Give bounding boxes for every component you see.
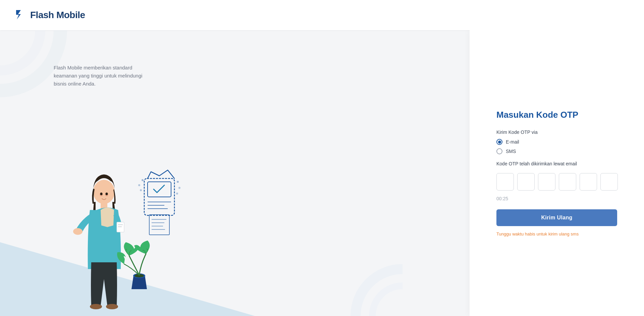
illustration [34, 148, 208, 316]
radio-email-button[interactable] [496, 139, 502, 145]
svg-point-13 [177, 181, 179, 183]
main-content: Flash Mobile memberikan standard keamana… [0, 30, 644, 316]
otp-form-title: Masukan Kode OTP [496, 110, 617, 120]
svg-point-31 [100, 193, 103, 195]
svg-rect-16 [149, 215, 169, 235]
otp-digit-4[interactable] [559, 173, 576, 191]
otp-timer: 00:25 [496, 196, 617, 201]
svg-point-23 [73, 228, 83, 235]
radio-sms-button[interactable] [496, 148, 502, 154]
svg-point-28 [106, 304, 118, 309]
description-text: Flash Mobile memberikan standard keamana… [54, 64, 148, 88]
kirim-ulang-button[interactable]: Kirim Ulang [496, 209, 617, 226]
radio-group: E-mail SMS [496, 139, 617, 154]
svg-point-27 [90, 304, 102, 309]
otp-digit-2[interactable] [517, 173, 535, 191]
left-panel: Flash Mobile memberikan standard keamana… [0, 30, 470, 316]
svg-point-11 [138, 184, 140, 186]
svg-point-12 [140, 189, 142, 191]
radio-sms-label: SMS [506, 149, 516, 154]
svg-rect-6 [148, 182, 171, 197]
svg-point-2 [356, 269, 402, 316]
svg-point-1 [0, 30, 40, 70]
send-via-group: Kirim Kode OTP via E-mail SMS [496, 129, 617, 154]
svg-point-0 [0, 30, 60, 91]
otp-inputs [496, 173, 617, 191]
svg-point-21 [93, 180, 115, 204]
svg-point-32 [106, 193, 108, 195]
otp-digit-5[interactable] [580, 173, 597, 191]
radio-email-label: E-mail [506, 139, 519, 145]
logo-icon [13, 8, 26, 22]
svg-point-3 [372, 286, 402, 316]
logo-text: Flash Mobile [30, 10, 85, 20]
send-via-label: Kirim Kode OTP via [496, 129, 617, 135]
otp-digit-3[interactable] [538, 173, 555, 191]
svg-point-15 [176, 193, 178, 195]
svg-rect-24 [117, 222, 124, 232]
header: Flash Mobile [0, 0, 644, 30]
svg-point-10 [142, 179, 144, 181]
otp-digit-1[interactable] [496, 173, 514, 191]
sent-message: Kode OTP telah dikirimkan lewat email [496, 161, 617, 166]
warning-text: Tunggu waktu habis untuk kirim ulang sms [496, 231, 617, 236]
logo-area: Flash Mobile [13, 8, 85, 22]
svg-point-14 [178, 187, 180, 189]
right-panel: Masukan Kode OTP Kirim Kode OTP via E-ma… [470, 30, 644, 316]
radio-sms[interactable]: SMS [496, 148, 617, 154]
otp-digit-6[interactable] [600, 173, 618, 191]
radio-email[interactable]: E-mail [496, 139, 617, 145]
